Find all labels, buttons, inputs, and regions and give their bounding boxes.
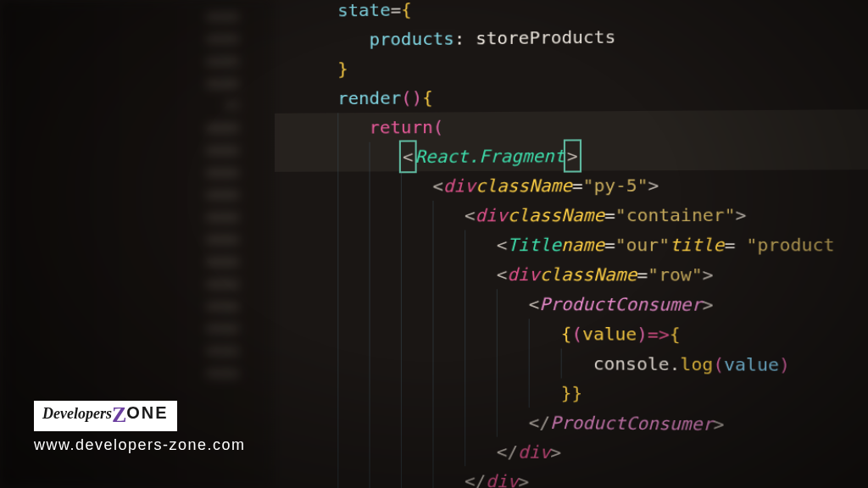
code-line[interactable]: render() { — [275, 79, 868, 114]
developers-zone-logo: DevelopersZONE — [34, 401, 177, 431]
watermark: DevelopersZONE www.developers-zone.com — [34, 401, 246, 454]
code-line-active[interactable]: <React.Fragment> — [275, 139, 868, 171]
code-line[interactable]: {(value) => { — [275, 318, 868, 350]
line-number: 93 — [0, 95, 275, 119]
code-line[interactable]: <ProductConsumer> — [275, 289, 868, 320]
code-content[interactable]: state={ products: storeProducts } render… — [275, 0, 868, 488]
code-line[interactable]: } — [275, 49, 868, 85]
code-line[interactable]: <Title name="our" title= "product — [275, 230, 868, 260]
code-line[interactable]: <div className="py-5"> — [275, 169, 868, 201]
code-line[interactable]: console.log(value) — [275, 347, 868, 381]
code-line[interactable]: <div className="container"> — [275, 200, 868, 230]
code-line[interactable]: <div className="row"> — [275, 259, 868, 290]
watermark-url: www.developers-zone.com — [34, 436, 246, 454]
code-line-active[interactable]: return ( — [275, 109, 868, 142]
